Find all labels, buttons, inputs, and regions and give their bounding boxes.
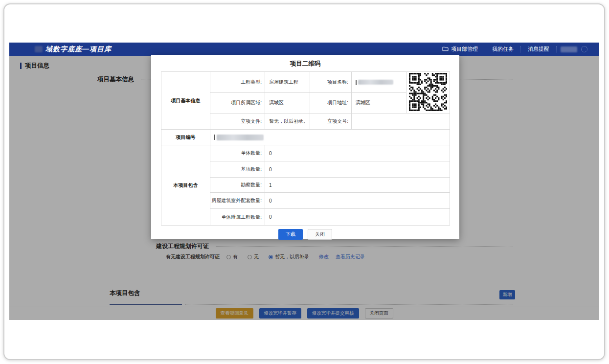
field-label: 项目名称: [310, 72, 352, 93]
table-row: 项目基本信息 工程类型: 房屋建筑工程 项目名称: [161, 72, 450, 93]
modal-buttons: 下载 关闭 [151, 229, 459, 240]
field-value: 暂无，以后补录。 [265, 114, 310, 130]
redacted-project-no [217, 135, 264, 140]
field-value: 0 [265, 161, 450, 178]
field-label: 基坑数量: [210, 161, 265, 178]
field-label: 房屋建筑室外配套数量: [210, 193, 265, 209]
field-label: 立项文件: [210, 114, 265, 130]
redacted-project-name [358, 80, 393, 85]
field-label: 项目所属区域: [210, 92, 265, 114]
field-value: 0 [265, 145, 450, 161]
table-row: 项目编号 [161, 130, 450, 145]
field-label: 勘察数量: [210, 178, 265, 193]
project-name-value [352, 72, 406, 93]
top-nav: 项目部管理 我的任务 消息提醒 [435, 46, 590, 53]
nav-my-tasks[interactable]: 我的任务 [485, 46, 520, 53]
qr-code-modal: 项目二维码 项目基本信息 工程类型: 房屋建筑工程 项目名称: 项目所属区域: … [151, 55, 459, 239]
field-value: 0 [265, 209, 450, 226]
field-label: 项目地址: [310, 92, 352, 114]
nav-divider [556, 46, 557, 52]
field-value: 滨城区 [265, 92, 310, 114]
project-no-value [210, 130, 450, 145]
field-label: 工程类型: [210, 72, 265, 93]
nav-project-dept-label: 项目部管理 [451, 46, 478, 53]
field-value: 1 [265, 178, 450, 193]
avatar-icon[interactable] [581, 46, 587, 52]
app-window: 域数字底座—项目库 项目部管理 我的任务 消息提醒 [3, 3, 605, 360]
brand-logo-redacted [35, 46, 43, 52]
close-button[interactable]: 关闭 [308, 229, 332, 240]
nav-messages-label: 消息提醒 [528, 46, 549, 53]
folder-icon [442, 46, 449, 52]
nav-messages[interactable]: 消息提醒 [521, 46, 556, 53]
field-label: 单体数量: [210, 145, 265, 161]
nav-project-dept[interactable]: 项目部管理 [435, 46, 485, 53]
group-contains: 本项目包含 [161, 145, 210, 226]
field-value: 滨城区 [352, 92, 406, 114]
group-project-no: 项目编号 [161, 130, 210, 145]
nav-my-tasks-label: 我的任务 [492, 46, 514, 53]
field-label: 单体附属工程数量: [210, 209, 265, 226]
top-header: 域数字底座—项目库 项目部管理 我的任务 消息提醒 [9, 43, 599, 56]
table-row: 本项目包含 单体数量: 0 [161, 145, 450, 161]
field-value [352, 114, 450, 130]
field-value: 0 [265, 193, 450, 209]
group-basic-info: 项目基本信息 [161, 72, 210, 130]
field-value: 房屋建筑工程 [265, 72, 310, 93]
field-label: 立项文号: [310, 114, 352, 130]
brand: 域数字底座—项目库 [35, 45, 112, 54]
qr-code-cell [406, 72, 450, 114]
app-title: 域数字底座—项目库 [45, 45, 112, 54]
modal-title: 项目二维码 [151, 60, 459, 68]
username-redacted[interactable] [561, 46, 577, 52]
qr-code [409, 73, 447, 111]
download-button[interactable]: 下载 [278, 229, 303, 240]
qr-info-table: 项目基本信息 工程类型: 房屋建筑工程 项目名称: 项目所属区域: 滨城区 项目… [161, 71, 450, 226]
